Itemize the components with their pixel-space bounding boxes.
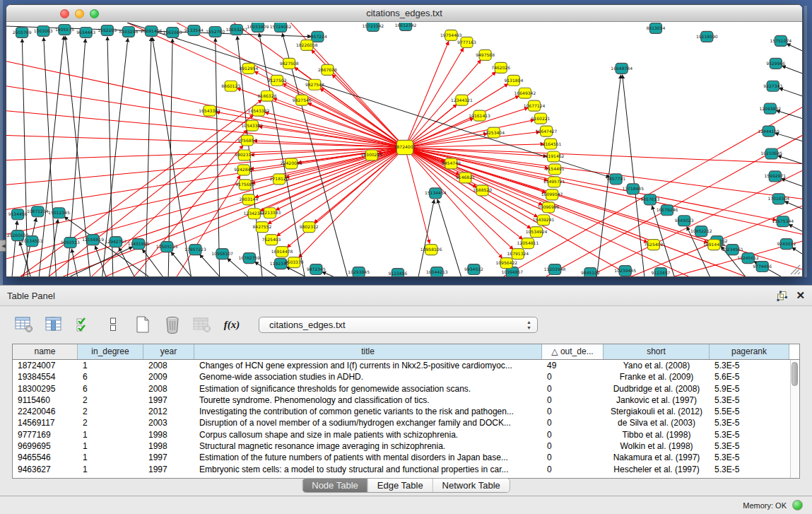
graph-node-label: 13253404: [483, 130, 505, 135]
table-cell: 1: [78, 360, 143, 371]
table-panel-header: Table Panel ✕: [0, 286, 812, 306]
float-panel-icon[interactable]: [777, 291, 787, 301]
graph-node-label: 9227343: [763, 83, 782, 88]
graph-node-label: 10677124: [524, 103, 546, 108]
table-cell: Hescheler et al. (1997): [604, 464, 710, 475]
graph-node-label: 16099547: [541, 192, 563, 197]
tab-edge-table[interactable]: Edge Table: [367, 479, 433, 492]
table-toolbar: f(x) citations_edges.txt ▲▼: [0, 307, 812, 342]
graph-node-label: 15495721: [543, 179, 565, 184]
table-cell: Dudbridge et al. (2008): [604, 383, 710, 395]
memory-ok-indicator[interactable]: [792, 500, 803, 510]
graph-node-label: 9154491: [546, 166, 565, 171]
graph-node-label: 17016504: [767, 196, 789, 201]
table-cell: 1998: [143, 440, 194, 452]
table-cell: 5.3E-5: [710, 395, 789, 406]
table-row[interactable]: 969969511998Structural magnetic resonanc…: [13, 440, 799, 452]
graph-node-label: 2867608: [318, 67, 337, 72]
selection-mode-icon[interactable]: [73, 315, 93, 334]
table-cell: Wolkin et al. (1998): [604, 440, 710, 452]
graph-node-label: 18612342: [395, 23, 417, 28]
window-title: citations_edges.txt: [6, 8, 802, 18]
table-panel-title: Table Panel: [7, 291, 55, 301]
table-row[interactable]: 911546021997Tourette syndrome. Phenomeno…: [13, 395, 799, 406]
table-cell: 5.5E-5: [710, 406, 789, 417]
table-row[interactable]: 1872400712008Changes of HCN gene express…: [13, 360, 799, 371]
graph-node-label: 9160221: [531, 116, 551, 121]
create-column-icon[interactable]: [133, 315, 153, 334]
graph-node-label: 8454749: [442, 160, 461, 165]
graph-node-label: 10952212: [690, 228, 712, 233]
table-scrollbar[interactable]: [790, 360, 799, 478]
table-row[interactable]: 1456911722003Disruption of a novel membe…: [13, 417, 799, 428]
function-builder-icon[interactable]: f(x): [222, 315, 242, 334]
graph-node-label: 10534924: [526, 229, 548, 234]
window-titlebar[interactable]: citations_edges.txt: [6, 5, 802, 22]
table-cell: 1: [78, 429, 143, 440]
table-selector-dropdown[interactable]: citations_edges.txt ▲▼: [259, 317, 538, 333]
row-height-icon[interactable]: [103, 315, 123, 334]
column-header-out_de[interactable]: △ out_de...: [542, 344, 604, 359]
table-cell: 19384554: [13, 371, 78, 382]
table-row[interactable]: 946554611997Estimation of the future num…: [13, 452, 799, 463]
table-cell: Genome-wide association studies in ADHD.: [194, 371, 542, 382]
column-visibility-icon[interactable]: [44, 315, 64, 334]
graph-node-label: 16648784: [611, 66, 632, 71]
column-header-name[interactable]: name: [13, 344, 78, 359]
table-cell: Tourette syndrome. Phenomenology and cla…: [194, 395, 542, 406]
tab-node-table[interactable]: Node Table: [302, 479, 367, 492]
table-cell: 9777169: [13, 429, 78, 440]
graph-node-label: 19218590: [696, 34, 718, 39]
graph-node-label: 12156819: [82, 237, 104, 242]
graph-node-label: 15012345: [48, 210, 70, 215]
table-row[interactable]: 946362711997Embryonic stem cells: a mode…: [13, 464, 799, 475]
graph-node-label: 9146821: [456, 175, 475, 180]
graph-node-label: 9245023: [675, 218, 694, 223]
graph-node-label: 22420046: [281, 160, 302, 165]
graph-node-label: 17957223: [184, 247, 206, 252]
delete-table-icon[interactable]: [192, 315, 212, 334]
network-canvas[interactable]: 2605769106306314055759634443165220383032…: [6, 23, 802, 276]
graph-node-label: 9123457: [652, 270, 671, 275]
column-header-title[interactable]: title: [194, 344, 542, 359]
graph-node-label: 18300295: [360, 152, 382, 157]
table-row[interactable]: 977716911998Corpus callosum shape and si…: [13, 429, 799, 440]
graph-node-label: 15134454: [425, 190, 447, 195]
table-cell: 18300295: [13, 383, 78, 395]
status-bar: Memory: OK: [0, 496, 812, 514]
resize-grip-icon[interactable]: [788, 262, 801, 275]
table-cell: 1: [78, 452, 143, 463]
graph-node-label: 9123456: [389, 271, 408, 276]
tab-network-table[interactable]: Network Table: [433, 479, 510, 492]
column-header-year[interactable]: year: [143, 344, 194, 359]
table-panel: Table Panel ✕: [0, 285, 812, 514]
graph-node-label: 9934512: [464, 267, 483, 271]
graph-node-label: 9050513: [61, 240, 80, 245]
column-header-short[interactable]: short: [604, 344, 710, 359]
delete-columns-icon[interactable]: [163, 315, 182, 334]
close-panel-icon[interactable]: ✕: [796, 290, 805, 301]
graph-node-label: 7462026: [491, 65, 510, 70]
graph-node-label: 8813054: [646, 25, 665, 30]
graph-node-label: 8860123: [221, 83, 240, 88]
graph-node-label: 2803144: [239, 197, 258, 201]
table-cell: Jankovic et al. (1997): [604, 395, 710, 406]
graph-node-label: 10958107: [211, 251, 233, 256]
table-row[interactable]: 1938455462009Genome-wide association stu…: [13, 371, 799, 382]
graph-node-label: 20134561: [21, 238, 43, 243]
graph-node-label: 16543383: [199, 108, 220, 113]
citation-network-graph[interactable]: 2605769106306314055759634443165220383032…: [6, 23, 802, 276]
graph-node-label: 12213383: [259, 210, 281, 215]
table-row[interactable]: 2242004622012Investigating the contribut…: [13, 406, 799, 417]
graph-node-label: 12444155: [758, 129, 779, 134]
table-cell: Yano et al. (2008): [604, 360, 710, 371]
table-mode-icon[interactable]: [14, 315, 34, 334]
table-row[interactable]: 1830029562008Estimation of significance …: [13, 383, 799, 395]
column-header-in_degree[interactable]: in_degree: [78, 344, 143, 359]
graph-node-label: 12245612: [737, 255, 759, 260]
scrollbar-thumb[interactable]: [792, 362, 798, 386]
column-header-pagerank[interactable]: pagerank: [710, 344, 789, 359]
memory-status-label: Memory: OK: [743, 501, 787, 510]
table-cell: 14569117: [13, 417, 78, 428]
table-cell: 2009: [143, 371, 194, 382]
